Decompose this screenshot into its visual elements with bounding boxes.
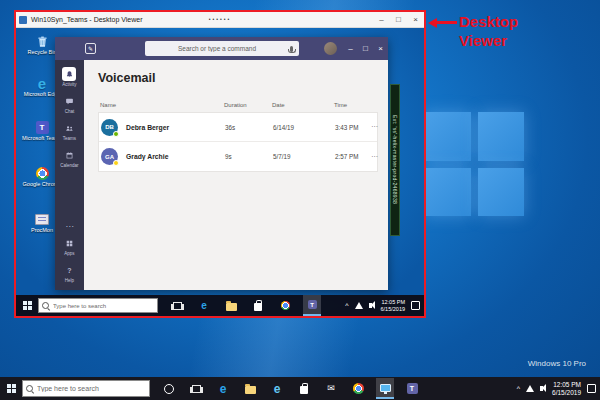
store-icon [300, 386, 308, 394]
edge-icon: e [220, 383, 227, 395]
voicemail-time: 3:43 PM [335, 124, 371, 131]
host-clock[interactable]: 12:05 PM 6/15/2019 [552, 381, 581, 397]
viewer-close-button[interactable]: × [407, 12, 424, 27]
viewer-titlebar[interactable]: Win10Syn_Teams - Desktop Viewer •••••• –… [16, 12, 424, 28]
teams-search-bar[interactable] [145, 41, 299, 56]
rail-item-help[interactable]: ? Help [63, 263, 77, 283]
more-options-icon[interactable]: ⋯ [66, 223, 74, 231]
remote-taskbar-edge[interactable]: e [195, 295, 213, 316]
teams-icon: T [308, 300, 317, 309]
voicemail-duration: 36s [225, 124, 273, 131]
host-taskbar-desktop-viewer[interactable] [376, 378, 394, 399]
tray-chevron-icon[interactable]: ^ [517, 385, 520, 392]
voicemail-row[interactable]: GA Grady Archie 9s 5/7/19 2:57 PM ⋯ [99, 142, 377, 171]
rail-item-activity[interactable]: Activity [62, 67, 76, 87]
voicemail-panel: Voicemail Name Duration Date Time DB Deb… [84, 60, 388, 290]
avatar: DB [101, 119, 118, 136]
apps-grid-icon [63, 236, 77, 250]
host-taskbar-edge[interactable]: e [214, 378, 232, 399]
row-more-icon[interactable]: ⋯ [371, 123, 381, 131]
teams-minimize-button[interactable]: – [343, 37, 358, 60]
volume-icon[interactable] [540, 386, 543, 391]
host-taskbar-internet-explorer[interactable]: e [268, 378, 286, 399]
store-icon [254, 303, 262, 311]
task-view-button[interactable] [187, 378, 205, 399]
annotation-arrow [436, 21, 457, 24]
teams-icon: T [407, 383, 418, 394]
search-icon [26, 385, 34, 393]
remote-taskbar-chrome[interactable] [276, 295, 294, 316]
viewer-minimize-button[interactable]: – [373, 12, 390, 27]
caller-name: Grady Archie [121, 153, 225, 160]
chat-icon [63, 94, 77, 108]
column-header-time: Time [334, 102, 370, 108]
desktop-viewer-window: Win10Syn_Teams - Desktop Viewer •••••• –… [14, 10, 426, 318]
annotation-label: Desktop Viewer [459, 13, 537, 51]
voicemail-list: DB Debra Berger 36s 6/14/19 3:43 PM ⋯ GA… [98, 112, 378, 172]
voicemail-date: 6/14/19 [273, 124, 335, 131]
column-header-duration: Duration [224, 102, 272, 108]
host-taskbar-chrome[interactable] [349, 378, 367, 399]
task-view-button[interactable] [168, 295, 186, 316]
remote-clock[interactable]: 12:05 PM 6/15/2019 [381, 299, 405, 312]
folder-icon [245, 386, 256, 394]
help-icon: ? [63, 263, 77, 277]
teams-titlebar[interactable]: ✎ – □ × [55, 37, 388, 60]
windows-start-icon [23, 301, 32, 310]
windows-start-icon [7, 384, 16, 393]
host-taskbar-file-explorer[interactable] [241, 378, 259, 399]
chrome-icon [281, 301, 290, 310]
voicemail-duration: 9s [225, 153, 273, 160]
column-header-name: Name [100, 102, 224, 108]
session-info-tab[interactable]: Ext: 'ss'-helix-master-prod-2468938 [390, 84, 400, 236]
viewer-title: Win10Syn_Teams - Desktop Viewer [31, 16, 143, 23]
compose-icon[interactable]: ✎ [85, 43, 96, 54]
cortana-button[interactable] [160, 378, 178, 399]
rail-item-calendar[interactable]: Calendar [60, 148, 78, 168]
remote-start-button[interactable] [16, 295, 38, 316]
viewer-maximize-button[interactable]: □ [390, 12, 407, 27]
column-header-date: Date [272, 102, 334, 108]
host-start-button[interactable] [0, 377, 22, 400]
teams-search-input[interactable] [145, 45, 290, 52]
host-taskbar-mail[interactable]: ✉ [322, 378, 340, 399]
host-search-box[interactable] [22, 380, 150, 397]
edge-icon: e [201, 301, 207, 311]
remote-taskbar-teams[interactable]: T [303, 295, 321, 316]
calendar-icon [62, 148, 76, 162]
host-taskbar-teams[interactable]: T [403, 378, 421, 399]
voicemail-table-header: Name Duration Date Time [98, 102, 378, 112]
profile-avatar[interactable] [324, 42, 337, 55]
remote-search-input[interactable] [53, 303, 157, 309]
tray-chevron-icon[interactable]: ^ [345, 302, 348, 309]
teams-maximize-button[interactable]: □ [358, 37, 373, 60]
rail-item-apps[interactable]: Apps [63, 236, 77, 256]
rail-item-chat[interactable]: Chat [63, 94, 77, 114]
viewer-app-icon [19, 16, 27, 24]
remote-taskbar-store[interactable] [249, 295, 267, 316]
mail-icon: ✉ [327, 384, 335, 393]
chrome-icon [353, 383, 364, 394]
remote-search-box[interactable] [38, 298, 158, 313]
network-icon[interactable] [355, 302, 363, 309]
rail-item-teams[interactable]: Teams [63, 121, 77, 141]
folder-icon [226, 303, 237, 311]
remote-taskbar-file-explorer[interactable] [222, 295, 240, 316]
voicemail-time: 2:57 PM [335, 153, 371, 160]
volume-icon[interactable] [369, 303, 372, 308]
viewer-toolbar-grip[interactable]: •••••• [209, 16, 232, 22]
voicemail-date: 5/7/19 [273, 153, 335, 160]
remote-taskbar: e T ^ 12:05 PM 6/15/2019 [16, 295, 424, 316]
host-search-input[interactable] [37, 385, 149, 392]
teams-close-button[interactable]: × [373, 37, 388, 60]
caller-name: Debra Berger [121, 124, 225, 131]
row-more-icon[interactable]: ⋯ [371, 153, 381, 161]
avatar: GA [101, 148, 118, 165]
action-center-icon[interactable] [411, 301, 420, 310]
network-icon[interactable] [526, 385, 534, 392]
host-taskbar-store[interactable] [295, 378, 313, 399]
action-center-icon[interactable] [587, 384, 596, 393]
status-badge [113, 160, 119, 166]
microphone-icon[interactable] [290, 46, 293, 52]
voicemail-row[interactable]: DB Debra Berger 36s 6/14/19 3:43 PM ⋯ [99, 113, 377, 142]
